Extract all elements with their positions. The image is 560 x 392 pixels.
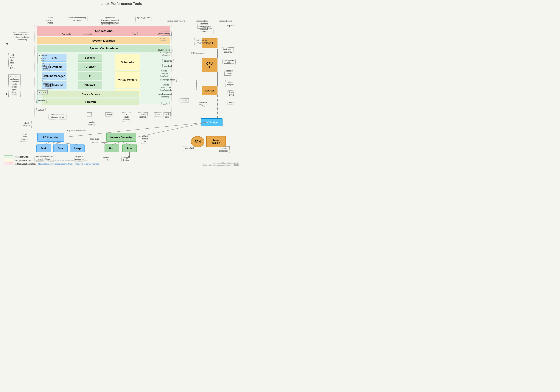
disk2-box: Disk [53, 144, 68, 152]
perf-tiptop-tools: perf tiptop [163, 112, 171, 119]
ioctrl-box: I/O Controller [37, 133, 64, 142]
page-title: Linux Performance Tools [2, 2, 241, 6]
ip-box: IP [78, 72, 102, 80]
devdrivers-box: Device Drivers [42, 91, 139, 97]
svg-line-8 [44, 142, 51, 144]
svg-line-9 [51, 142, 60, 144]
legend-static-label: static performance tools [15, 160, 34, 161]
ipmitool-tools: ipmitool dmidecode [218, 146, 230, 153]
biotop-tools: biotop biosnoop biolatency bitesize [49, 113, 66, 120]
footnote-style: style inspired by reddit.com/u/redct [202, 162, 239, 164]
ltrace-tools: ltrace [159, 37, 166, 41]
numastat-tools: numastat [198, 101, 208, 105]
app-config-tools: App Config [61, 32, 72, 36]
expander-interconnect-label: Expander Interconnect [67, 130, 86, 131]
opensnoop-tools: opensnoop statsnoop syncsnoop [67, 16, 88, 22]
sysctl-tools: sysctl /sys dmesg lshw journalctl lsmod [194, 22, 214, 34]
sockets-box: Sockets [78, 54, 102, 62]
syslibs-label: System Libraries [92, 39, 115, 42]
legend-perf-link2[interactable]: https://github.com/iovisor/bcc [75, 163, 99, 165]
ethtool-tools: ethtool ifconfig [102, 156, 110, 162]
ss-tools: ss [87, 112, 92, 117]
latencytop-tools: latencytop [162, 59, 174, 63]
cpu-box: CPU 1 [202, 58, 218, 72]
interface-transports-label: Interface Transports [92, 142, 109, 144]
legend-obs-item: observability tools [4, 155, 99, 158]
legend: observability tools static performance t… [4, 155, 99, 166]
cpu-num: 1 [209, 65, 210, 68]
top-htop-tools: top htop ps pidstat [159, 78, 177, 82]
mpstat-tools: mpstat powertop /proc/stat [159, 69, 169, 78]
snmpget-tools: snmpget lldptool [121, 156, 131, 162]
mdflush-tools: mdflush [36, 108, 46, 112]
sys-dots-tools: /sys/... [161, 102, 170, 106]
dram-box: DRAM [202, 86, 218, 95]
memory-bus-label: Memory Bus [195, 80, 198, 90]
svg-line-10 [51, 142, 77, 144]
various-obs-label: Various, observability: [167, 20, 185, 22]
legend-perf-item: perf-tools/bcc tracing tools https://git… [4, 162, 99, 165]
netstat-tools: netstat iptraf-ng [138, 112, 148, 119]
ugc-ucalls-tools: ugc ucalls [82, 32, 93, 36]
iobridge-box: I/O Bridge [201, 118, 222, 126]
iostat-tools: iostat iotop blktrace [20, 132, 29, 141]
sar-fan-tools: sar -m FAN [183, 146, 195, 151]
legend-static-desc: these can observe the state of the syste… [36, 160, 88, 161]
intel-gpu-freq-tools: intel_gpu_\ frequency [222, 47, 234, 54]
cpu-label: CPU [206, 62, 213, 65]
fan-box: FAN [191, 136, 204, 147]
ethernet-box: Ethernet [78, 81, 102, 89]
intel-gpu-tools: intel_gpu_top intel_gpu_time [194, 38, 209, 45]
lspci-tools: lspci lsusb [89, 137, 100, 141]
cpudist-tools: cpudist execsnoop runlat cpudist offcput… [157, 48, 175, 57]
dmesg-tools: dmesg [154, 112, 162, 117]
various-tracing-label: Various, tracing: [219, 20, 232, 22]
numactl-tools: numactl [180, 98, 189, 102]
swap-box: Swap [70, 144, 85, 152]
ip-route-tools: ip route iptables [122, 112, 131, 122]
legend-perf-link1[interactable]: https://github.com/brendangregg/perf-too… [38, 163, 73, 165]
funccount-tools: funccount funclatency stackcount kprobe … [8, 74, 20, 97]
lstopo-tools: lstopo [228, 101, 235, 105]
legend-perf-box [4, 162, 13, 165]
tiptop-tools: tiptop perf pcm [225, 80, 235, 87]
virtmem-box: Virtual Memory [115, 71, 140, 88]
vmstat-tools: vmstat slabtop free /proc/meminfo [159, 83, 173, 92]
legend-perf-label: perf-tools/bcc tracing tools [15, 163, 36, 165]
tcpdump-tools: tcpdump [105, 112, 115, 117]
proc-cpuinfo-tools: /proc/cpuinfo cpuid lscpu [222, 59, 236, 65]
cpu-interconnect-label: CPU Interconnect [190, 52, 205, 54]
port1-box: Port [105, 144, 119, 152]
applications-layer: Applications [37, 26, 170, 36]
netctrl-box: Network Controller [106, 133, 136, 142]
port2-box: Port [122, 144, 137, 152]
strace-tools: strace perf trace sysdig [45, 16, 55, 25]
llcstat-tools: llcstat profile [228, 90, 235, 97]
mdadm-lvm-tools: mdadm lvm dmsetup [42, 82, 54, 89]
syscall-label: System Call Interface [90, 47, 118, 50]
kernel-area: Linux Kernel VFS File Systems Volume Man… [37, 52, 170, 104]
capable-tools: capable [226, 24, 235, 28]
svg-line-12 [121, 142, 130, 144]
diagram: Operating System Hardware Applications S… [2, 7, 241, 168]
applications-label: Applications [95, 30, 112, 33]
syslibs-layer: System Libraries [37, 37, 170, 44]
tcptop-tools: tcptop tcplife tcpconnect tcpaccept tcpc… [100, 16, 120, 25]
bidir-arrow [4, 43, 10, 96]
multipath-tools: multipath [36, 99, 47, 103]
powersupply-box: Power Supply [206, 136, 226, 147]
tcpudp-box: TCP/UDP [78, 63, 102, 71]
svg-line-11 [112, 142, 121, 144]
scheduler-box: Scheduler [115, 54, 140, 70]
bidir-arrow-svg [4, 43, 10, 95]
pidstat-d-tools: pidstat -d [37, 90, 48, 94]
turbostat-tools: turbostat rdmsr [224, 69, 234, 76]
legend-static-item: static performance tools these can obser… [4, 159, 99, 162]
schedtool-tools: schedtool [162, 64, 173, 68]
storcli-tools: storcli MegaCli [22, 121, 31, 128]
footnote-url: http://www.brendangregg.com/linuxperf.ht… [202, 164, 239, 166]
page: Linux Performance Tools Operating System… [0, 0, 243, 170]
lsof-pcstat-tools: lsof pcstat [42, 64, 50, 71]
mysqld-tools: mysqld_qslower, ... [135, 16, 152, 22]
nicstat-tools: nicstat netstat ip [141, 134, 149, 143]
